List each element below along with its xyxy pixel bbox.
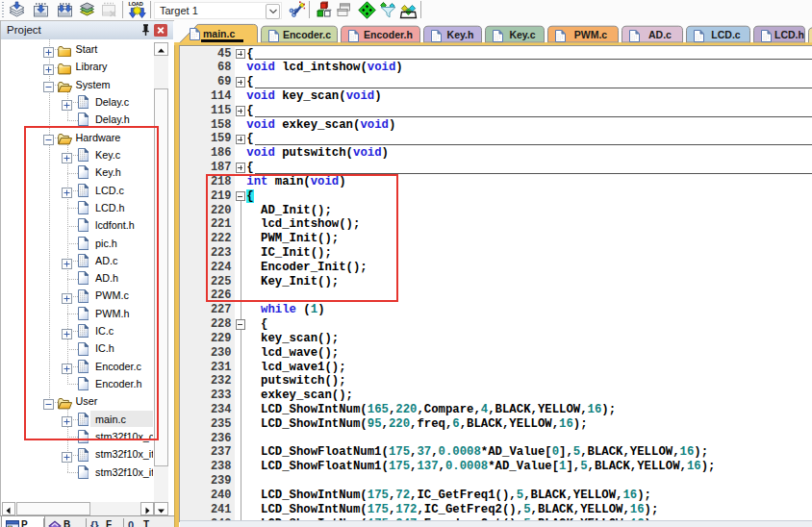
- document-icon: [555, 29, 566, 46]
- tree-scroll-right-button[interactable]: [140, 502, 154, 515]
- line-number: 239: [211, 474, 232, 489]
- document-tab-PWM-c[interactable]: PWM.c: [569, 29, 613, 40]
- tree-item-label: Library: [76, 61, 108, 72]
- tree-horizontal-scrollbar-thumb[interactable]: [16, 502, 90, 515]
- code-line-115: {: [246, 104, 253, 118]
- line-number: 234: [211, 403, 232, 417]
- folded-code-rule: [255, 59, 812, 60]
- line-number: 158: [211, 118, 232, 133]
- fold-marker-minus[interactable]: [236, 319, 246, 330]
- workspace-tab-F[interactable]: {}F: [87, 516, 123, 527]
- line-number: 69: [217, 75, 231, 89]
- code-line-241: LCD_ShowIntNum(175,172,IC_GetFreq2(),5,B…: [246, 503, 658, 517]
- source-file-icon: [78, 448, 89, 465]
- keil-uvision-window: LOAD Target 1: [0, 0, 812, 527]
- document-tab-LCD-h[interactable]: LCD.h: [774, 29, 799, 40]
- tree-item-label: System: [76, 79, 111, 90]
- document-tab-main-c[interactable]: main.c: [203, 28, 235, 39]
- tree-expander-minus[interactable]: [43, 79, 54, 89]
- code-line-238: LCD_ShowFloatNum1(175,137,0.0008*AD_Valu…: [246, 460, 715, 474]
- code-line-240: LCD_ShowIntNum(175,72,IC_GetFreq1(),5,BL…: [246, 489, 651, 503]
- line-number: 159: [211, 132, 232, 146]
- code-line-231: lcd_wave1();: [246, 361, 345, 375]
- code-line-227: while (1): [246, 303, 324, 317]
- line-number: 232: [211, 374, 232, 389]
- active-tab-underline: [201, 39, 243, 42]
- editor-bottom-strip: [180, 520, 812, 527]
- line-number: 231: [211, 361, 232, 375]
- document-icon: [493, 29, 503, 46]
- line-number: 235: [211, 417, 232, 432]
- code-line-187: {: [246, 161, 253, 175]
- code-line-68: void lcd_intshow(void): [246, 61, 402, 75]
- line-number: 114: [211, 89, 232, 104]
- workspace-tab-T[interactable]: 0,T: [124, 516, 164, 527]
- code-line-229: key_scan();: [246, 332, 339, 346]
- document-icon: [694, 29, 704, 46]
- document-icon: [431, 29, 442, 46]
- fold-marker-plus[interactable]: [236, 163, 246, 173]
- workspace-tab-B[interactable]: B: [44, 516, 85, 527]
- document-tab-AD-c[interactable]: AD.c: [643, 29, 677, 40]
- tree-item-delay-c[interactable]: Delay.c: [1, 93, 153, 111]
- code-line-232: putswitch();: [246, 374, 345, 389]
- tree-scroll-left-button[interactable]: [2, 502, 15, 515]
- code-line-235: LCD_ShowIntNum(95,220,freq,6,BLACK,YELLO…: [246, 417, 587, 432]
- tree-expander-plus[interactable]: [62, 97, 72, 108]
- document-icon: [348, 29, 359, 46]
- code-line-234: LCD_ShowIntNum(165,220,Compare,4,BLACK,Y…: [246, 403, 616, 417]
- line-number: 238: [211, 460, 232, 474]
- tree-item-label: Delay.c: [95, 96, 129, 108]
- file-icon: [78, 465, 89, 483]
- code-line-186: void putswitch(void): [246, 146, 389, 161]
- folded-code-rule: [255, 88, 812, 88]
- workspace-tab-P[interactable]: P: [1, 516, 45, 527]
- document-tab-Key-c[interactable]: Key.c: [506, 29, 539, 40]
- workspace-tab-bar: PB{}F0,T: [0, 515, 174, 527]
- line-number: 186: [211, 146, 232, 161]
- line-number: 233: [211, 389, 232, 403]
- document-icon: [761, 29, 772, 46]
- code-line-228: {: [246, 317, 267, 332]
- folded-code-rule: [255, 116, 812, 117]
- line-number: 237: [211, 445, 232, 460]
- document-tab-Encoder-h[interactable]: Encoder.h: [362, 29, 415, 40]
- books-icon: [48, 520, 62, 527]
- document-icon: [190, 27, 200, 44]
- fold-marker-plus[interactable]: [236, 77, 246, 88]
- workspace-tab-label: B: [63, 519, 70, 527]
- document-tab-LCD-c[interactable]: LCD.c: [707, 29, 745, 40]
- fold-marker-plus[interactable]: [236, 106, 246, 116]
- tree-item-label: stm32f10x_it: [95, 466, 153, 478]
- workspace-tab-separator: [86, 518, 87, 527]
- line-number: 227: [211, 303, 232, 317]
- line-number: 115: [211, 104, 232, 118]
- workspace-tab-label: P: [21, 519, 28, 527]
- tree-item-system[interactable]: System: [1, 76, 153, 93]
- workspace-tab-label: T: [143, 519, 149, 527]
- fold-marker-plus[interactable]: [236, 49, 246, 60]
- tree-item-library[interactable]: Library: [1, 59, 153, 76]
- tree-scroll-down-button[interactable]: [154, 502, 168, 515]
- line-number: 241: [211, 503, 232, 517]
- code-line-159: {: [246, 132, 253, 146]
- document-tab-shape-partial[interactable]: [809, 28, 812, 43]
- functions-icon: {}: [90, 519, 99, 527]
- document-tab-Encoder-c[interactable]: Encoder.c: [282, 29, 332, 40]
- document-tab-Key-h[interactable]: Key.h: [444, 29, 476, 40]
- tree-expander-plus[interactable]: [43, 62, 54, 72]
- code-line-237: LCD_ShowFloatNum1(175,37,0.0008*AD_Value…: [246, 445, 708, 460]
- code-line-45: {: [246, 47, 253, 62]
- tree-item-stm32f10x-it[interactable]: stm32f10x_it: [1, 464, 153, 481]
- annotation-rectangle-1: [24, 126, 159, 440]
- code-line-230: lcd_wave();: [246, 346, 339, 361]
- folded-code-rule: [255, 144, 812, 145]
- project-window-icon: [6, 520, 19, 527]
- tree-item-label: Delay.h: [95, 113, 130, 125]
- line-number: 240: [211, 489, 232, 503]
- fold-marker-plus[interactable]: [236, 135, 246, 145]
- workspace-tab-separator: [123, 518, 124, 527]
- tree-expander-plus[interactable]: [62, 449, 72, 460]
- tree-item-stm32f10x-it[interactable]: stm32f10x_it: [1, 446, 153, 464]
- source-file-icon: [78, 95, 89, 113]
